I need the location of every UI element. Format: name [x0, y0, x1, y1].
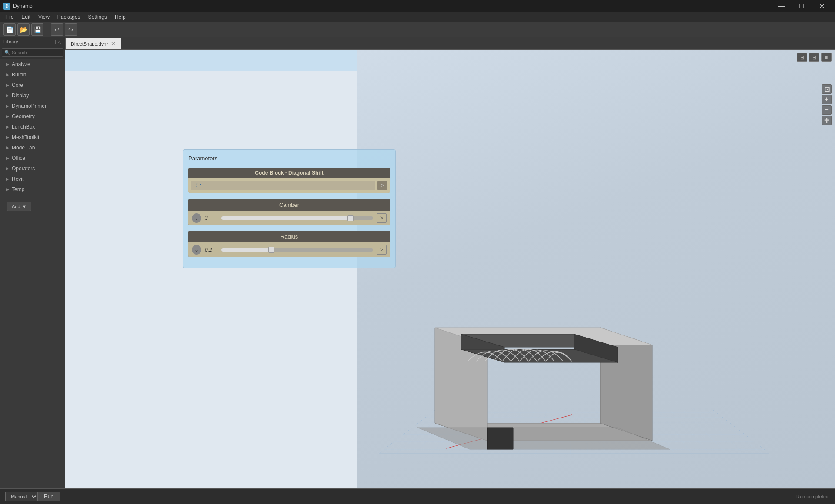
- radius-fill: [221, 248, 271, 252]
- camber-track[interactable]: [221, 216, 373, 220]
- sidebar-item-revit[interactable]: ▶ Revit: [0, 174, 65, 184]
- search-wrapper: 🔍: [2, 48, 63, 57]
- arrow-icon: ▶: [6, 156, 9, 160]
- run-mode: Manual Run: [5, 492, 60, 501]
- camber-node[interactable]: Camber ⌄ 3 >: [188, 199, 390, 225]
- svg-marker-9: [487, 428, 513, 449]
- arrow-icon: ▶: [6, 104, 9, 108]
- sidebar-item-meshtoolkit[interactable]: ▶ MeshToolkit: [0, 132, 65, 143]
- sidebar-item-label: Core: [12, 82, 23, 88]
- arrow-icon: ▶: [6, 83, 9, 87]
- tab-directshape[interactable]: DirectShape.dyn* ✕: [65, 38, 121, 49]
- save-button[interactable]: 💾: [31, 23, 43, 36]
- sidebar-item-label: BuiltIn: [12, 72, 26, 78]
- sidebar-item-label: Mode Lab: [12, 145, 35, 151]
- sidebar-item-label: Analyze: [12, 61, 30, 67]
- viewport-3d[interactable]: ⊞ ⊟ ≡ ⊡ + − ✛: [357, 50, 835, 488]
- sidebar-header-controls: | ◁: [55, 40, 61, 44]
- add-area: Add ▼: [0, 195, 65, 218]
- sidebar-pin[interactable]: |: [55, 40, 56, 44]
- menu-item-edit[interactable]: Edit: [18, 13, 34, 21]
- sidebar-item-analyze[interactable]: ▶ Analyze: [0, 59, 65, 70]
- 3d-box-svg: [391, 258, 718, 454]
- radius-header: Radius: [188, 231, 390, 242]
- code-block-header: Code Block - Diagonal Shift: [188, 168, 390, 178]
- menu-item-file[interactable]: File: [2, 13, 17, 21]
- code-block-value[interactable]: -1 ;: [191, 181, 375, 190]
- add-button[interactable]: Add ▼: [7, 202, 31, 211]
- sidebar-item-core[interactable]: ▶ Core: [0, 80, 65, 90]
- search-box: 🔍: [0, 46, 65, 59]
- sidebar-item-display[interactable]: ▶ Display: [0, 90, 65, 101]
- sidebar-item-dynamoprimer[interactable]: ▶ DynamoPrimer: [0, 101, 65, 111]
- tab-close-icon[interactable]: ✕: [111, 40, 116, 47]
- open-button[interactable]: 📂: [17, 23, 30, 36]
- radius-track[interactable]: [221, 248, 373, 252]
- zoom-out-button[interactable]: −: [822, 105, 832, 115]
- arrow-icon: ▶: [6, 125, 9, 129]
- main-layout: Library | ◁ 🔍 ▶ Analyze ▶ BuiltIn ▶: [0, 37, 835, 488]
- code-block-output[interactable]: >: [377, 181, 387, 190]
- radius-thumb[interactable]: [268, 247, 274, 253]
- camber-thumb[interactable]: [347, 215, 354, 221]
- menu-item-help[interactable]: Help: [111, 13, 129, 21]
- sidebar-item-office[interactable]: ▶ Office: [0, 153, 65, 163]
- radius-chevron[interactable]: ⌄: [192, 245, 201, 255]
- app-title: Dynamo: [13, 3, 33, 9]
- zoom-in-button[interactable]: +: [822, 95, 832, 104]
- redo-button[interactable]: ↪: [65, 23, 77, 36]
- code-block-node[interactable]: Code Block - Diagonal Shift -1 ; >: [188, 168, 390, 193]
- params-title: Parameters: [188, 155, 390, 162]
- sidebar-item-label: Geometry: [12, 113, 35, 119]
- sidebar-item-builtin[interactable]: ▶ BuiltIn: [0, 70, 65, 80]
- sidebar-item-temp[interactable]: ▶ Temp: [0, 184, 65, 195]
- toolbar-divider: [47, 24, 47, 35]
- arrow-icon: ▶: [6, 166, 9, 171]
- zoom-fit-button[interactable]: ⊡: [822, 84, 832, 94]
- zoom-cursor-button[interactable]: ✛: [822, 116, 832, 125]
- titlebar-left: D Dynamo: [3, 3, 33, 10]
- close-button[interactable]: ✕: [812, 0, 832, 12]
- maximize-button[interactable]: □: [792, 0, 812, 12]
- sidebar-item-label: MeshToolkit: [12, 134, 39, 140]
- camber-output[interactable]: >: [377, 213, 387, 223]
- arrow-icon: ▶: [6, 187, 9, 192]
- viewport-btn-3[interactable]: ≡: [821, 53, 832, 62]
- sidebar-items: ▶ Analyze ▶ BuiltIn ▶ Core ▶ Display ▶ D…: [0, 59, 65, 195]
- menu-item-view[interactable]: View: [35, 13, 53, 21]
- run-button[interactable]: Run: [37, 492, 60, 501]
- radius-node[interactable]: Radius ⌄ 0.2 >: [188, 231, 390, 257]
- sidebar: Library | ◁ 🔍 ▶ Analyze ▶ BuiltIn ▶: [0, 37, 65, 488]
- arrow-icon: ▶: [6, 146, 9, 150]
- camber-body: ⌄ 3 >: [188, 211, 390, 225]
- run-mode-select[interactable]: Manual: [5, 492, 37, 501]
- sidebar-item-label: DynamoPrimer: [12, 103, 47, 109]
- arrow-icon: ▶: [6, 114, 9, 119]
- content-area: DirectShape.dyn* ✕: [65, 37, 835, 488]
- zoom-controls: ⊡ + − ✛: [822, 84, 832, 125]
- sidebar-item-geometry[interactable]: ▶ Geometry: [0, 111, 65, 122]
- sidebar-item-label: Operators: [12, 166, 35, 172]
- undo-button[interactable]: ↩: [51, 23, 63, 36]
- canvas-area[interactable]: ⊞ ⊟ ≡ ⊡ + − ✛ Parameters Code Block - Di…: [65, 50, 835, 488]
- sidebar-item-modelab[interactable]: ▶ Mode Lab: [0, 143, 65, 153]
- new-button[interactable]: 📄: [3, 23, 16, 36]
- params-group: Parameters Code Block - Diagonal Shift -…: [183, 149, 396, 268]
- sidebar-header: Library | ◁: [0, 37, 65, 46]
- menubar: FileEditViewPackagesSettingsHelp: [0, 12, 835, 22]
- sidebar-collapse[interactable]: ◁: [58, 40, 61, 44]
- arrow-icon: ▶: [6, 62, 9, 66]
- sidebar-item-operators[interactable]: ▶ Operators: [0, 163, 65, 174]
- viewport-btn-2[interactable]: ⊟: [809, 53, 819, 62]
- sidebar-item-lunchbox[interactable]: ▶ LunchBox: [0, 122, 65, 132]
- radius-output[interactable]: >: [377, 245, 387, 255]
- camber-header: Camber: [188, 199, 390, 211]
- viewport-btn-1[interactable]: ⊞: [797, 53, 807, 62]
- radius-value: 0.2: [205, 247, 218, 253]
- arrow-icon: ▶: [6, 93, 9, 98]
- search-input[interactable]: [2, 48, 63, 57]
- menu-item-packages[interactable]: Packages: [54, 13, 84, 21]
- menu-item-settings[interactable]: Settings: [85, 13, 110, 21]
- camber-chevron[interactable]: ⌄: [192, 213, 201, 223]
- minimize-button[interactable]: —: [772, 0, 792, 12]
